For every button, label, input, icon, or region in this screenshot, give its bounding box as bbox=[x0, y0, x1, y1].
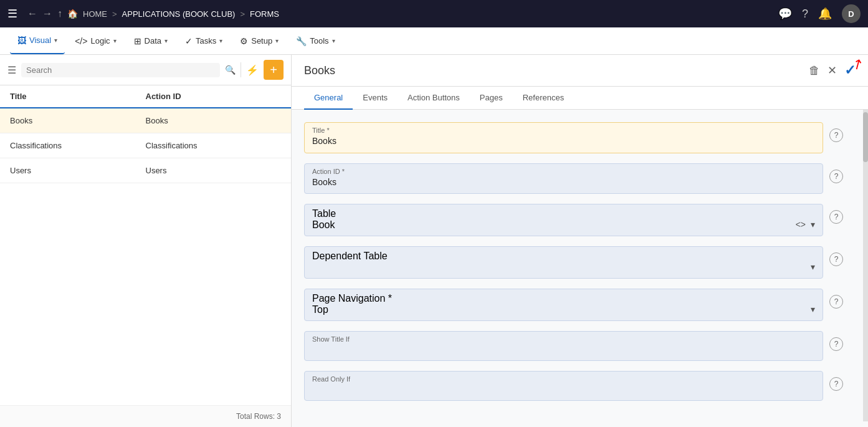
dependent-table-icons: ▾ bbox=[811, 262, 815, 273]
setup-arrow: ▾ bbox=[275, 37, 279, 44]
table-footer: Total Rows: 3 bbox=[0, 405, 291, 427]
dependent-table-field-row: Dependent Table ▾ ? bbox=[304, 246, 843, 279]
sidebar-item-visual[interactable]: 🖼 Visual ▾ bbox=[10, 27, 65, 54]
page-nav-field-content: Page Navigation * Top bbox=[312, 293, 811, 315]
sidebar-item-tasks[interactable]: ✓ Tasks ▾ bbox=[178, 27, 230, 54]
table-help-icon[interactable]: ? bbox=[829, 210, 843, 224]
right-panel: Books 🗑 ✕ ✓ ↗ General Events Action Butt… bbox=[292, 55, 868, 427]
table-row[interactable]: Users Users bbox=[0, 158, 291, 183]
tools-label: Tools bbox=[310, 36, 328, 46]
page-nav-field[interactable]: Page Navigation * Top ▾ bbox=[304, 289, 823, 321]
action-id-label: Action ID * bbox=[312, 168, 815, 175]
logic-icon: </> bbox=[75, 36, 87, 46]
read-only-value bbox=[312, 384, 815, 395]
top-nav-right: 💬 ? 🔔 D bbox=[778, 4, 861, 23]
tab-action-buttons[interactable]: Action Buttons bbox=[398, 87, 470, 110]
table-field-icons: <> ▾ bbox=[796, 219, 815, 231]
save-button[interactable]: ✓ ↗ bbox=[844, 62, 856, 79]
table-row[interactable]: Books Books bbox=[0, 108, 291, 133]
search-input[interactable] bbox=[26, 65, 215, 75]
check-icon: ✓ bbox=[844, 62, 856, 78]
page-nav-field-wrap: Page Navigation * Top ▾ bbox=[304, 289, 823, 321]
visual-icon: 🖼 bbox=[17, 36, 26, 46]
read-only-field[interactable]: Read Only If bbox=[304, 371, 823, 401]
avatar[interactable]: D bbox=[842, 4, 861, 23]
data-arrow: ▾ bbox=[165, 37, 168, 44]
action-id-field-row: Action ID * Books ? bbox=[304, 163, 843, 194]
top-nav: ☰ ← → ↑ 🏠 HOME > APPLICATIONS (BOOK CLUB… bbox=[0, 0, 868, 27]
dependent-table-help-icon[interactable]: ? bbox=[829, 252, 843, 266]
dependent-chevron-down-icon[interactable]: ▾ bbox=[811, 262, 815, 272]
visual-label: Visual bbox=[29, 36, 51, 45]
home-icon[interactable]: 🏠 bbox=[67, 9, 78, 19]
title-field[interactable]: Title * Books bbox=[304, 122, 823, 153]
show-title-help-icon[interactable]: ? bbox=[829, 337, 843, 351]
tab-pages[interactable]: Pages bbox=[470, 87, 513, 110]
table-field[interactable]: Table Book <> ▾ bbox=[304, 204, 823, 236]
table-header: Title Action ID bbox=[0, 85, 291, 108]
tab-general[interactable]: General bbox=[304, 87, 353, 110]
row-title: Users bbox=[10, 166, 146, 175]
secondary-nav: 🖼 Visual ▾ </> Logic ▾ ⊞ Data ▾ ✓ Tasks … bbox=[0, 27, 868, 55]
dependent-table-field[interactable]: Dependent Table ▾ bbox=[304, 246, 823, 279]
lightning-icon[interactable]: ⚡ bbox=[246, 64, 259, 76]
read-only-help-icon[interactable]: ? bbox=[829, 377, 843, 391]
home-label[interactable]: HOME bbox=[83, 9, 107, 19]
app-label[interactable]: APPLICATIONS (BOOK CLUB) bbox=[122, 9, 236, 19]
panel-actions: 🗑 ✕ ✓ ↗ bbox=[809, 62, 856, 79]
help-icon[interactable]: ? bbox=[802, 7, 808, 21]
add-button[interactable]: + bbox=[264, 60, 284, 80]
chat-icon[interactable]: 💬 bbox=[778, 7, 792, 21]
title-help-icon[interactable]: ? bbox=[829, 128, 843, 142]
scrollbar-thumb[interactable] bbox=[863, 112, 868, 162]
setup-icon: ⚙ bbox=[240, 36, 248, 46]
breadcrumb-sep-1: > bbox=[112, 9, 117, 19]
main-layout: ☰ 🔍 ⚡ + Title Action ID Books Books Clas… bbox=[0, 55, 868, 427]
tab-events[interactable]: Events bbox=[353, 87, 398, 110]
title-value: Books bbox=[312, 135, 815, 148]
chevron-down-icon[interactable]: ▾ bbox=[811, 219, 815, 229]
forms-label[interactable]: FORMS bbox=[250, 9, 279, 19]
table-rows: Books Books Classifications Classificati… bbox=[0, 108, 291, 405]
dependent-table-label: Dependent Table bbox=[312, 251, 388, 261]
panel-header: Books 🗑 ✕ ✓ ↗ bbox=[292, 55, 868, 87]
col-title-header: Title bbox=[10, 92, 146, 101]
action-id-field[interactable]: Action ID * Books bbox=[304, 163, 823, 194]
code-icon[interactable]: <> bbox=[796, 219, 806, 229]
action-id-value: Books bbox=[312, 176, 815, 189]
page-nav-icons: ▾ bbox=[811, 304, 815, 315]
tab-references[interactable]: References bbox=[513, 87, 574, 110]
search-bar: ☰ 🔍 ⚡ + bbox=[0, 55, 291, 85]
sidebar-item-logic[interactable]: </> Logic ▾ bbox=[67, 27, 123, 54]
tabs: General Events Action Buttons Pages Refe… bbox=[292, 87, 868, 110]
sidebar-item-tools[interactable]: 🔧 Tools ▾ bbox=[289, 27, 342, 54]
dependent-table-field-content: Dependent Table bbox=[312, 251, 811, 273]
row-title: Books bbox=[10, 116, 146, 125]
table-row[interactable]: Classifications Classifications bbox=[0, 133, 291, 158]
sidebar-item-data[interactable]: ⊞ Data ▾ bbox=[126, 27, 175, 54]
page-nav-help-icon[interactable]: ? bbox=[829, 295, 843, 309]
filter-icon[interactable]: ☰ bbox=[7, 64, 16, 76]
hamburger-icon[interactable]: ☰ bbox=[7, 7, 17, 21]
up-arrow-icon[interactable]: ↑ bbox=[57, 8, 62, 19]
show-title-value bbox=[312, 344, 815, 355]
action-id-help-icon[interactable]: ? bbox=[829, 170, 843, 183]
forward-arrow-icon[interactable]: → bbox=[42, 8, 52, 19]
title-field-wrap: Title * Books bbox=[304, 122, 823, 153]
breadcrumb-sep-2: > bbox=[240, 9, 245, 19]
tasks-label: Tasks bbox=[196, 36, 216, 46]
title-label: Title * bbox=[312, 127, 815, 134]
back-arrow-icon[interactable]: ← bbox=[27, 8, 37, 19]
bell-icon[interactable]: 🔔 bbox=[818, 7, 832, 21]
page-nav-chevron-down-icon[interactable]: ▾ bbox=[811, 304, 815, 314]
scrollbar-track[interactable] bbox=[863, 110, 868, 421]
action-id-field-wrap: Action ID * Books bbox=[304, 163, 823, 194]
sidebar-item-setup[interactable]: ⚙ Setup ▾ bbox=[232, 27, 286, 54]
close-button[interactable]: ✕ bbox=[827, 64, 837, 77]
show-title-field-wrap: Show Title If bbox=[304, 331, 823, 361]
search-icon[interactable]: 🔍 bbox=[225, 65, 236, 75]
delete-button[interactable]: 🗑 bbox=[809, 64, 820, 77]
col-action-header: Action ID bbox=[146, 92, 282, 101]
title-field-row: Title * Books ? bbox=[304, 122, 843, 153]
show-title-field[interactable]: Show Title If bbox=[304, 331, 823, 361]
